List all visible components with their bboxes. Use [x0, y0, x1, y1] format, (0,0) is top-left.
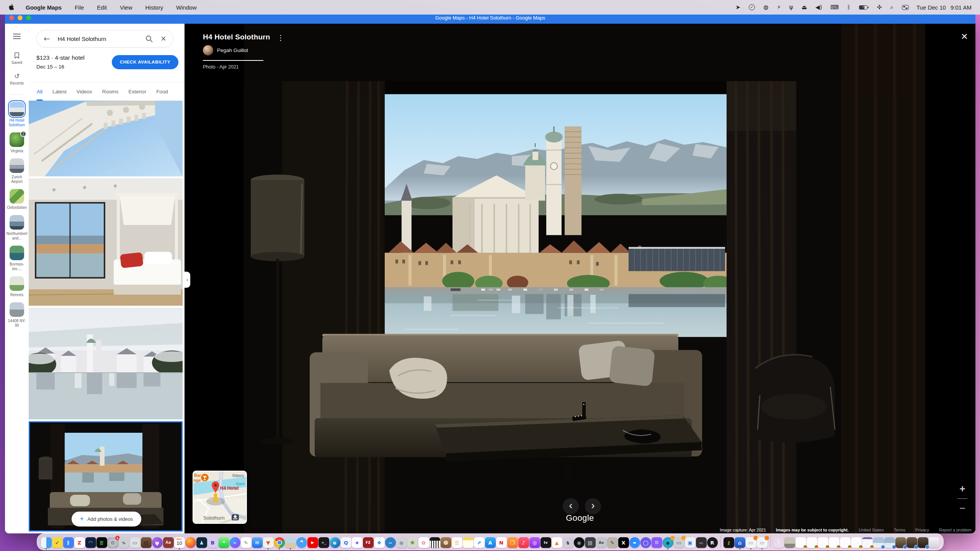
dock-reminders[interactable]: ☰ [452, 537, 462, 548]
dock-vlc[interactable]: ▲ [552, 537, 562, 548]
menu-history[interactable]: History [145, 4, 163, 11]
footer-link-report-a-problem[interactable]: Report a problem [939, 528, 972, 532]
dock-sheet-document[interactable] [862, 537, 873, 548]
dock-chrome-document-3[interactable] [818, 537, 828, 548]
dock-vinyl[interactable]: ◉ [574, 537, 585, 548]
dock-font-book[interactable]: Aa [596, 537, 607, 548]
dock-dictionary[interactable]: Aa [163, 537, 174, 548]
dock-zoom[interactable]: ▬ [629, 537, 640, 548]
menu-time[interactable]: 9:01 AM [951, 4, 972, 11]
dock-diagnostics[interactable]: ∿ [119, 537, 129, 548]
search-input[interactable]: H4 Hotel Solothurn [58, 36, 145, 42]
dock-chrome-document-5[interactable] [840, 537, 851, 548]
dock-screen-recorder[interactable]: ◯ [640, 537, 651, 548]
rail-place-5[interactable]: Bormes-les-... [6, 246, 28, 271]
dock-music[interactable]: ♪ [518, 537, 529, 548]
dock-document-scanner[interactable]: ❖ [374, 537, 385, 548]
dock-home[interactable]: ⌂ [735, 537, 745, 548]
dock-handbrake[interactable]: ❋ [407, 537, 418, 548]
menu-icon[interactable] [13, 32, 21, 41]
dock-dvd-player[interactable]: ◉ [396, 537, 407, 548]
footer-link-united-states[interactable]: United States [859, 528, 884, 532]
dock-photo-file-3[interactable] [918, 537, 928, 548]
dock-chrome-document-1[interactable] [795, 537, 806, 548]
rail-place-0[interactable]: H4 Hotel Solothurn [6, 102, 28, 127]
dock-composer[interactable]: ♞ [563, 537, 573, 548]
dock-quicktime[interactable]: Q [341, 537, 351, 548]
volume-icon[interactable]: ◀) [815, 5, 822, 10]
dock-printer-share-1[interactable]: ▭ [746, 537, 756, 548]
tab-videos[interactable]: Videos [72, 82, 97, 101]
dock-photo-file-1[interactable] [895, 537, 906, 548]
dock-console[interactable]: ▤ [585, 537, 596, 548]
activity-icon[interactable]: ◍ [763, 5, 768, 10]
dock-calendar[interactable]: DEC10 [174, 537, 185, 548]
menu-view[interactable]: View [120, 4, 132, 11]
avatar[interactable] [203, 45, 213, 55]
dock-keychain[interactable]: ⚷ [724, 537, 734, 548]
dock-rstudio[interactable]: R [707, 537, 718, 548]
tab-all[interactable]: All [32, 82, 47, 101]
dock-label-printer[interactable]: ▬ [696, 537, 707, 548]
dock-chrome-document-4[interactable] [829, 537, 840, 548]
dock-voice-memos[interactable]: ||| [652, 537, 662, 548]
dock-messenger[interactable]: ⌁ [230, 537, 240, 548]
mini-map[interactable]: Bar nge Ritterq Aare H4 Hotel Solothurn [193, 471, 247, 524]
rail-place-2[interactable]: Zurich Airport [6, 158, 28, 184]
dock-screensaver-photo[interactable] [285, 537, 296, 548]
dock-chrome[interactable] [274, 537, 285, 548]
photo-author[interactable]: Pegah Guillot [217, 47, 248, 53]
dock-zinio[interactable]: Z [74, 537, 85, 548]
spotlight-icon[interactable]: ⌕ [890, 5, 893, 10]
tab-food[interactable]: Food [151, 82, 173, 101]
footer-link-terms[interactable]: Terms [894, 528, 905, 532]
menu-edit[interactable]: Edit [97, 4, 107, 11]
dock-window-screenshot-2[interactable] [884, 537, 895, 548]
dock-notes[interactable] [463, 537, 474, 548]
check-availability-button[interactable]: CHECK AVAILABILITY [112, 55, 178, 69]
dock-firefox[interactable] [185, 537, 196, 548]
tab-latest[interactable]: Latest [47, 82, 72, 101]
dock-text-editor[interactable]: ✎ [241, 537, 252, 548]
dock-star-app[interactable]: ★ [352, 537, 363, 548]
control-center-icon[interactable] [902, 5, 909, 10]
dock-youtube[interactable]: ▶ [307, 537, 318, 548]
dock-trash[interactable] [929, 537, 939, 548]
collapse-panel-icon[interactable]: ‹ [185, 272, 190, 288]
previous-photo-button[interactable]: ‹ [563, 498, 579, 514]
menu-app-name[interactable]: Google Maps [26, 4, 62, 11]
shortcuts-icon[interactable]: ⚡ [777, 5, 781, 10]
dock-webcam[interactable]: ◉ [663, 537, 673, 548]
more-options-icon[interactable]: ⋮ [277, 33, 284, 42]
dock-todo-check[interactable]: ✓ [52, 537, 63, 548]
rail-place-1[interactable]: 2Virginia [6, 132, 28, 153]
tab-exterior[interactable]: Exterior [124, 82, 152, 101]
bluetooth-icon[interactable]: ᛒ [847, 5, 851, 10]
input-menu-icon[interactable]: ⌨ [830, 5, 839, 10]
dock-printer-share-2[interactable]: ▭ [757, 537, 768, 548]
dock-mail[interactable]: ✉ [252, 537, 263, 548]
dock-window-screenshot-1[interactable] [873, 537, 884, 548]
menu-file[interactable]: File [75, 4, 84, 11]
dock-gimp[interactable]: ✎ [607, 537, 618, 548]
dock-system-settings[interactable]: ⚙1 [108, 537, 118, 548]
dock-usb-devices[interactable]: ψ [152, 537, 163, 548]
dock-edge[interactable]: e [330, 537, 340, 548]
dock-x[interactable]: X [618, 537, 629, 548]
sidebar-item-saved[interactable]: Saved [11, 52, 22, 65]
eject-icon[interactable]: ⏏ [802, 5, 807, 10]
rail-place-4[interactable]: Northumberland... [6, 215, 28, 241]
dock-chrome-document-2[interactable] [807, 537, 817, 548]
dock-podcasts[interactable]: ◎ [529, 537, 540, 548]
dock-speedtest[interactable]: ◠ [85, 537, 96, 548]
dock-piano[interactable] [430, 537, 440, 548]
zoom-out-button[interactable]: − [959, 502, 965, 514]
dock-terminal[interactable]: >_ [318, 537, 329, 548]
footer-link-privacy[interactable]: Privacy [915, 528, 929, 532]
menu-date[interactable]: Tue Dec 10 [916, 4, 946, 11]
dock-apple-tv[interactable]: tv [541, 537, 551, 548]
close-viewer-icon[interactable]: × [961, 31, 968, 42]
dock-leather-journal[interactable]: ▤ [141, 537, 152, 548]
clear-search-icon[interactable]: × [161, 34, 166, 43]
dock-bbedit[interactable]: B [207, 537, 218, 548]
